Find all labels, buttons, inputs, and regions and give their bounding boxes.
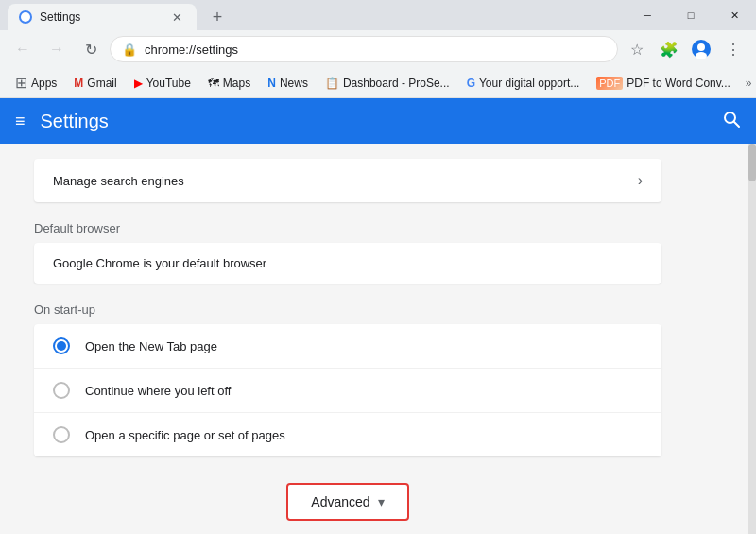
advanced-button-label: Advanced xyxy=(311,494,369,509)
bookmark-star-button[interactable]: ☆ xyxy=(622,34,652,64)
hamburger-menu-icon[interactable]: ≡ xyxy=(15,112,26,131)
radio-new-tab[interactable] xyxy=(53,337,70,354)
new-tab-button[interactable]: + xyxy=(204,4,231,30)
maps-icon: 🗺 xyxy=(208,77,219,90)
bookmarks-bar: ⊞ Apps M Gmail ▶ YouTube 🗺 Maps N News 📋… xyxy=(0,68,756,98)
startup-option-continue[interactable]: Continue where you left off xyxy=(34,369,662,413)
apps-grid-icon: ⊞ xyxy=(15,74,27,92)
advanced-chevron-icon: ▾ xyxy=(378,494,385,509)
bookmark-news-label: News xyxy=(280,77,308,90)
news-icon: N xyxy=(267,77,276,90)
more-bookmarks-button[interactable]: » xyxy=(740,73,756,94)
startup-option-specific[interactable]: Open a specific page or set of pages xyxy=(34,413,662,456)
youtube-icon: ▶ xyxy=(134,77,143,90)
advanced-button[interactable]: Advanced ▾ xyxy=(286,483,408,521)
gmail-icon: M xyxy=(74,77,83,90)
bookmark-gmail-label: Gmail xyxy=(87,77,116,90)
settings-header: ≡ Settings xyxy=(0,98,756,144)
minimize-button[interactable]: ─ xyxy=(626,0,669,30)
bookmark-dashboard[interactable]: 📋 Dashboard - ProSe... xyxy=(318,73,457,94)
apps-label: Apps xyxy=(31,77,57,90)
dashboard-icon: 📋 xyxy=(325,77,339,90)
startup-continue-label: Continue where you left off xyxy=(85,384,231,398)
manage-search-engines-label: Manage search engines xyxy=(53,174,184,188)
manage-search-engines-row[interactable]: Manage search engines › xyxy=(34,159,662,202)
lock-icon: 🔒 xyxy=(122,43,137,57)
profile-button[interactable] xyxy=(686,34,716,64)
tab-favicon xyxy=(19,10,32,24)
close-button[interactable]: ✕ xyxy=(713,0,756,30)
bookmark-dashboard-label: Dashboard - ProSe... xyxy=(343,77,450,90)
window-controls: ─ □ ✕ xyxy=(626,0,756,30)
active-tab[interactable]: Settings ✕ xyxy=(8,4,197,30)
bookmark-youtube[interactable]: ▶ YouTube xyxy=(127,73,198,94)
settings-page-title: Settings xyxy=(41,111,707,132)
refresh-button[interactable]: ↻ xyxy=(76,34,106,64)
bookmark-pdf-label: PDF to Word Conv... xyxy=(627,77,730,90)
pdf-icon: PDF xyxy=(596,77,623,90)
startup-option-new-tab[interactable]: Open the New Tab page xyxy=(34,324,662,369)
bookmark-maps-label: Maps xyxy=(223,77,250,90)
extensions-button[interactable]: 🧩 xyxy=(654,34,684,64)
title-bar: Settings ✕ + ─ □ ✕ xyxy=(0,0,756,30)
radio-continue[interactable] xyxy=(53,382,70,399)
startup-specific-label: Open a specific page or set of pages xyxy=(85,428,285,442)
default-browser-info: Google Chrome is your default browser xyxy=(34,243,662,284)
startup-new-tab-label: Open the New Tab page xyxy=(85,339,217,353)
bookmark-news[interactable]: N News xyxy=(260,73,316,94)
bookmark-google[interactable]: G Your digital opport... xyxy=(459,73,588,94)
maximize-button[interactable]: □ xyxy=(669,0,713,30)
bookmark-google-label: Your digital opport... xyxy=(479,77,579,90)
more-menu-button[interactable]: ⋮ xyxy=(718,34,748,64)
content-area: Manage search engines › Default browser … xyxy=(19,159,737,521)
chevron-right-icon: › xyxy=(638,172,643,189)
settings-content: Manage search engines › Default browser … xyxy=(0,144,756,534)
forward-button[interactable]: → xyxy=(42,34,72,64)
google-icon: G xyxy=(467,77,475,90)
nav-right-buttons: ☆ 🧩 ⋮ xyxy=(622,34,748,64)
bookmark-pdf[interactable]: PDF PDF to Word Conv... xyxy=(589,73,738,94)
svg-line-5 xyxy=(734,121,740,127)
navigation-bar: ← → ↻ 🔒 chrome://settings ☆ 🧩 ⋮ xyxy=(0,30,756,68)
back-button[interactable]: ← xyxy=(8,34,38,64)
tab-strip: Settings ✕ + xyxy=(0,0,231,30)
address-bar[interactable]: 🔒 chrome://settings xyxy=(110,36,618,62)
bookmark-apps[interactable]: ⊞ Apps xyxy=(8,70,64,95)
startup-section-label: On start-up xyxy=(34,284,662,324)
scrollbar[interactable] xyxy=(748,144,756,534)
bookmark-maps[interactable]: 🗺 Maps xyxy=(200,73,258,94)
address-text: chrome://settings xyxy=(145,43,606,57)
settings-search-icon[interactable] xyxy=(722,110,741,133)
bookmark-gmail[interactable]: M Gmail xyxy=(66,73,124,94)
tab-close-button[interactable]: ✕ xyxy=(168,9,185,26)
scrollbar-thumb[interactable] xyxy=(748,144,756,181)
svg-point-2 xyxy=(697,43,705,51)
radio-specific[interactable] xyxy=(53,426,70,443)
bookmark-youtube-label: YouTube xyxy=(146,77,191,90)
advanced-button-area: Advanced ▾ xyxy=(34,483,662,521)
svg-point-0 xyxy=(21,12,30,22)
default-browser-section-label: Default browser xyxy=(34,202,662,243)
tab-title: Settings xyxy=(40,10,80,24)
default-browser-text: Google Chrome is your default browser xyxy=(53,256,266,270)
startup-radio-group: Open the New Tab page Continue where you… xyxy=(34,324,662,456)
